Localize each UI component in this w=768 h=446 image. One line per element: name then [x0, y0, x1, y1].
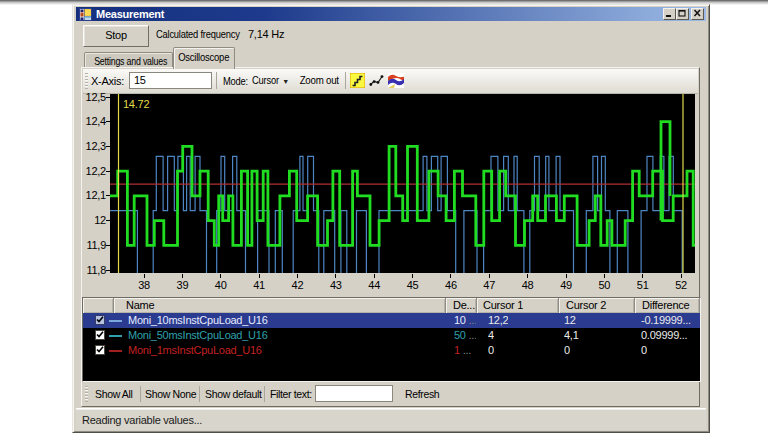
svg-text:14.72: 14.72	[123, 98, 149, 110]
